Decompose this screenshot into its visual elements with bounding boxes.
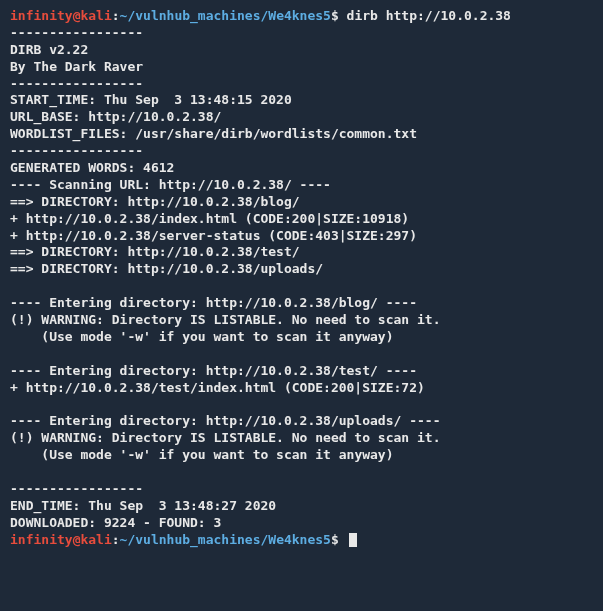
hint-mode-w: (Use mode '-w' if you want to scan it an… <box>10 447 593 464</box>
user: infinity <box>10 532 73 547</box>
path: ~/vulnhub_machines/We4knes5 <box>120 8 331 23</box>
output-line <box>10 396 593 413</box>
generated-words: GENERATED WORDS: 4612 <box>10 160 593 177</box>
downloaded-found: DOWNLOADED: 9224 - FOUND: 3 <box>10 515 593 532</box>
separator: ----------------- <box>10 143 593 160</box>
dollar: $ <box>331 532 339 547</box>
command: dirb http://10.0.2.38 <box>347 8 511 23</box>
output-line <box>10 464 593 481</box>
colon: : <box>112 8 120 23</box>
cursor-icon <box>349 533 357 547</box>
warning: (!) WARNING: Directory IS LISTABLE. No n… <box>10 430 593 447</box>
path: ~/vulnhub_machines/We4knes5 <box>120 532 331 547</box>
file-found: + http://10.0.2.38/index.html (CODE:200|… <box>10 211 593 228</box>
url-base: URL_BASE: http://10.0.2.38/ <box>10 109 593 126</box>
prompt-line-1: infinity@kali:~/vulnhub_machines/We4knes… <box>10 8 593 25</box>
terminal-output[interactable]: infinity@kali:~/vulnhub_machines/We4knes… <box>10 8 593 549</box>
host: kali <box>80 8 111 23</box>
separator: ----------------- <box>10 76 593 93</box>
warning: (!) WARNING: Directory IS LISTABLE. No n… <box>10 312 593 329</box>
wordlist-files: WORDLIST_FILES: /usr/share/dirb/wordlist… <box>10 126 593 143</box>
scanning-url: ---- Scanning URL: http://10.0.2.38/ ---… <box>10 177 593 194</box>
author: By The Dark Raver <box>10 59 593 76</box>
prompt-line-2: infinity@kali:~/vulnhub_machines/We4knes… <box>10 532 593 549</box>
file-found: + http://10.0.2.38/server-status (CODE:4… <box>10 228 593 245</box>
hint-mode-w: (Use mode '-w' if you want to scan it an… <box>10 329 593 346</box>
colon: : <box>112 532 120 547</box>
entering-directory: ---- Entering directory: http://10.0.2.3… <box>10 363 593 380</box>
dirb-version: DIRB v2.22 <box>10 42 593 59</box>
output-line <box>10 346 593 363</box>
directory-found: ==> DIRECTORY: http://10.0.2.38/uploads/ <box>10 261 593 278</box>
start-time: START_TIME: Thu Sep 3 13:48:15 2020 <box>10 92 593 109</box>
separator: ----------------- <box>10 481 593 498</box>
separator: ----------------- <box>10 25 593 42</box>
user: infinity <box>10 8 73 23</box>
file-found: + http://10.0.2.38/test/index.html (CODE… <box>10 380 593 397</box>
directory-found: ==> DIRECTORY: http://10.0.2.38/test/ <box>10 244 593 261</box>
host: kali <box>80 532 111 547</box>
directory-found: ==> DIRECTORY: http://10.0.2.38/blog/ <box>10 194 593 211</box>
entering-directory: ---- Entering directory: http://10.0.2.3… <box>10 413 593 430</box>
dollar: $ <box>331 8 339 23</box>
end-time: END_TIME: Thu Sep 3 13:48:27 2020 <box>10 498 593 515</box>
output-line <box>10 278 593 295</box>
entering-directory: ---- Entering directory: http://10.0.2.3… <box>10 295 593 312</box>
